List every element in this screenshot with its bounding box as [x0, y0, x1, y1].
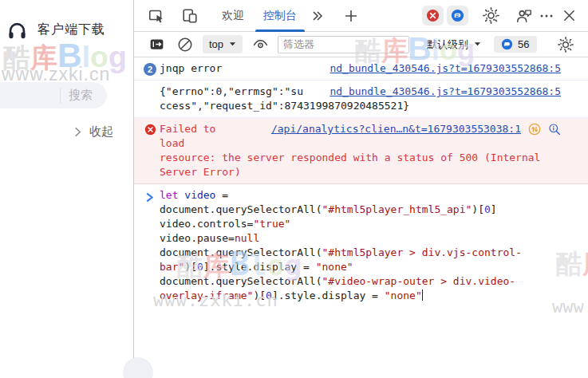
devtools-panel: 欢迎 控制台 — [134, 0, 588, 378]
gear-icon — [558, 37, 574, 53]
error-count-button[interactable] — [422, 6, 444, 26]
context-label: top — [209, 38, 223, 50]
json-message-line2: ccess","request_id":8743199870920485521} — [160, 99, 561, 113]
messages-count: 56 — [518, 38, 529, 50]
feedback-button[interactable] — [513, 5, 535, 27]
message-gutter — [140, 85, 160, 113]
active-tab-underline — [255, 30, 305, 32]
error-circle-icon — [426, 9, 440, 22]
message-count-button[interactable] — [447, 6, 468, 26]
network-request-icon[interactable] — [528, 123, 541, 136]
tab-welcome[interactable]: 欢迎 — [212, 0, 254, 32]
double-chevron-icon — [311, 10, 324, 22]
eye-icon — [252, 36, 269, 53]
console-prompt-icon — [145, 192, 155, 203]
log-message-text: jnqp error — [160, 61, 222, 76]
log-levels-selector[interactable]: 默认级别 — [420, 34, 487, 55]
chat-bubble-icon — [501, 38, 513, 50]
notification-badges — [422, 6, 468, 26]
more-options-button[interactable] — [535, 5, 558, 27]
inspect-cursor-icon — [148, 7, 165, 25]
device-toolbar-icon — [181, 7, 199, 25]
close-devtools-button[interactable] — [558, 5, 580, 27]
error-source-link[interactable]: /api/analytics?clien…n&t=1679303553038:1 — [271, 122, 521, 136]
caret-down-icon — [474, 41, 481, 47]
devtools-tabbar: 欢迎 控制台 — [134, 0, 588, 32]
plus-icon — [344, 9, 358, 23]
gear-icon — [483, 7, 499, 24]
device-emulation-button[interactable] — [179, 5, 201, 27]
clear-console-button[interactable] — [174, 33, 196, 56]
search-divider — [60, 88, 61, 104]
sidebar-title: 客户端下载 — [37, 22, 105, 38]
search-box[interactable]: 搜索 — [0, 82, 107, 108]
console-log-area: 2 jnqp error nd_bundle_430546.js?t=16793… — [134, 57, 588, 378]
add-tab-button[interactable] — [340, 5, 362, 27]
console-settings-button[interactable] — [554, 33, 577, 56]
console-input-code[interactable]: let video =document.querySelectorAll("#h… — [160, 188, 561, 303]
sidebar-header: 客户端下载 — [0, 0, 133, 41]
console-toolbar: top 默认级别 — [134, 32, 588, 57]
console-row-json[interactable]: {"errno":0,"errmsg":"su nd_bundle_430546… — [134, 81, 588, 118]
console-filter-input[interactable] — [278, 36, 409, 53]
error-message-line: load — [160, 136, 561, 151]
message-gutter: 2 — [140, 61, 160, 76]
error-circle-icon — [144, 124, 156, 136]
clear-circle-icon — [177, 37, 193, 53]
error-message-line: Failed to — [160, 122, 215, 136]
console-messages-count-button[interactable]: 56 — [494, 36, 536, 53]
prompt-gutter — [140, 188, 160, 303]
source-link[interactable]: nd_bundle_430546.js?t=1679303552868:5 — [330, 61, 561, 76]
sidebar-collapse-button[interactable]: 收起 — [73, 124, 113, 140]
tab-console-label: 控制台 — [263, 9, 297, 23]
headphone-icon — [6, 19, 28, 41]
site-logo-watermark: 酷库Blog — [3, 37, 127, 77]
message-gutter — [140, 122, 160, 179]
console-sidebar-icon — [148, 36, 165, 53]
source-link[interactable]: nd_bundle_430546.js?t=1679303552868:5 — [330, 85, 561, 99]
sidebar: 客户端下载 酷库Blog www.zxki.cn 搜索 收起 — [0, 0, 134, 378]
error-message-line: Server Error) — [160, 165, 561, 179]
console-row-info[interactable]: 2 jnqp error nd_bundle_430546.js?t=16793… — [134, 57, 588, 81]
error-message-line: resource: the server responded with a st… — [160, 151, 561, 165]
search-info-icon[interactable] — [548, 123, 561, 136]
chevron-right-icon — [73, 127, 82, 137]
json-message-line1: {"errno":0,"errmsg":"su — [160, 85, 303, 99]
app-window: 客户端下载 酷库Blog www.zxki.cn 搜索 收起 — [0, 0, 588, 378]
inspect-element-button[interactable] — [145, 5, 168, 27]
console-sidebar-toggle-button[interactable] — [145, 33, 168, 56]
live-expression-button[interactable] — [249, 33, 271, 56]
console-row-error[interactable]: Failed to /api/analytics?clien…n&t=16793… — [134, 118, 588, 184]
ellipsis-icon — [539, 8, 554, 24]
tab-welcome-label: 欢迎 — [222, 9, 244, 23]
repeat-count-badge: 2 — [144, 63, 156, 76]
settings-button[interactable] — [479, 5, 502, 27]
log-levels-label: 默认级别 — [427, 37, 468, 52]
console-input-row[interactable]: let video =document.querySelectorAll("#h… — [134, 184, 588, 307]
more-tabs-button[interactable] — [306, 5, 329, 27]
collapse-label: 收起 — [89, 124, 113, 140]
caret-down-icon — [229, 41, 236, 47]
search-button-label[interactable]: 搜索 — [69, 88, 93, 103]
chat-bubble-icon — [451, 9, 464, 22]
tab-console[interactable]: 控制台 — [254, 0, 306, 32]
javascript-context-selector[interactable]: top — [203, 35, 243, 53]
close-icon — [562, 8, 577, 23]
person-feedback-icon — [515, 7, 533, 25]
